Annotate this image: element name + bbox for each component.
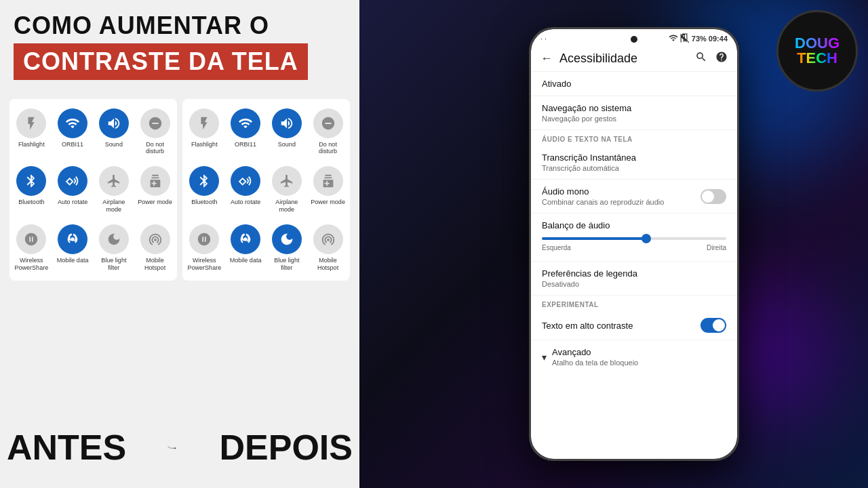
tile-orbi11-after[interactable]: ORBI11 — [226, 104, 265, 160]
setting-preferencias[interactable]: Preferências de legenda Desativado — [531, 262, 737, 296]
mobiledata-after-icon — [231, 224, 260, 254]
airplanemode-after-icon — [272, 166, 302, 196]
tile-wirelesspowershare-before[interactable]: Wireless PowerShare — [12, 220, 51, 276]
setting-transcricao[interactable]: Transcrição Instantânea Transcrição auto… — [531, 146, 737, 180]
header-icons — [695, 51, 728, 66]
tile-bluetooth-after[interactable]: Bluetooth — [185, 162, 224, 218]
tile-sound-after[interactable]: Sound — [268, 104, 307, 160]
balanco-slider-thumb[interactable] — [642, 234, 651, 243]
balanco-slider-labels: Esquerda Direita — [542, 244, 726, 251]
tile-mobiledata-before[interactable]: Mobile data — [54, 220, 92, 276]
tile-flashlight-after[interactable]: Flashlight — [185, 104, 224, 160]
tile-sound-before[interactable]: Sound — [95, 104, 134, 160]
bluetooth-after-icon — [189, 166, 219, 196]
tile-bluetooth-before[interactable]: Bluetooth — [12, 162, 51, 218]
tile-flashlight-before[interactable]: Flashlight — [12, 104, 51, 160]
right-panel: DOUG TECH · · 73% 09:44 — [359, 0, 868, 488]
wirelesspowershare-after-icon — [189, 224, 219, 254]
status-right: 73% 09:44 — [669, 33, 728, 44]
back-button[interactable]: ← — [540, 52, 553, 66]
sound-after-label: Sound — [278, 141, 296, 148]
tile-mobiledata-after[interactable]: Mobile data — [226, 220, 265, 276]
balanco-slider-fill — [542, 237, 644, 240]
phone-mockup: · · 73% 09:44 ← Acessibilidade — [529, 27, 739, 461]
flashlight-after-icon — [189, 108, 219, 138]
setting-avancado[interactable]: ▾ Avançado Atalho da tela de bloqueio — [531, 340, 737, 373]
tile-airplanemode-after[interactable]: Airplane mode — [268, 162, 307, 218]
arrow-icon — [167, 434, 178, 461]
flashlight-before-label: Flashlight — [18, 141, 45, 148]
audiomono-toggle[interactable] — [701, 189, 726, 204]
autorotate-before-icon — [58, 166, 87, 196]
setting-ativado[interactable]: Ativado — [531, 72, 737, 96]
airplanemode-after-label: Airplane mode — [269, 199, 305, 214]
dougtech-logo: DOUG TECH — [776, 10, 858, 92]
setting-textocontraste[interactable]: Texto em alto contraste — [531, 311, 737, 340]
tile-mobilehotspot-after[interactable]: Mobile Hotspot — [309, 220, 347, 276]
setting-audiomono[interactable]: Áudio mono Combinar canais ao reproduzir… — [531, 180, 737, 214]
textocontraste-title: Texto em alto contraste — [542, 321, 633, 331]
orbi11-after-label: ORBI11 — [235, 141, 256, 148]
after-label: DEPOIS — [220, 427, 353, 468]
wirelesspowershare-before-label: Wireless PowerShare — [14, 257, 50, 272]
bluetooth-before-icon — [16, 166, 46, 196]
tile-bluelightfilter-before[interactable]: Blue light filter — [95, 220, 134, 276]
airplanemode-before-icon — [99, 166, 129, 196]
setting-navegacao[interactable]: Navegação no sistema Navegação por gesto… — [531, 96, 737, 130]
tile-mobilehotspot-before[interactable]: Mobile Hotspot — [136, 220, 174, 276]
autorotate-after-label: Auto rotate — [231, 199, 260, 206]
navegacao-title: Navegação no sistema — [542, 103, 726, 113]
tile-donotdisturb-before[interactable]: Do not disturb — [136, 104, 174, 160]
donotdisturb-before-icon — [140, 108, 170, 138]
bluelightfilter-after-icon — [272, 224, 302, 254]
donotdisturb-after-icon — [313, 108, 343, 138]
balanco-slider-container: Esquerda Direita — [542, 230, 726, 254]
donotdisturb-after-label: Do not disturb — [310, 141, 346, 156]
bluelightfilter-before-label: Blue light filter — [96, 257, 132, 272]
ativado-title: Ativado — [542, 79, 726, 89]
dougtech-tech-text: TECH — [797, 51, 837, 66]
tile-donotdisturb-after[interactable]: Do not disturb — [309, 104, 347, 160]
textocontraste-toggle[interactable] — [701, 318, 726, 333]
orbi11-before-icon — [58, 108, 87, 138]
tile-powermode-after[interactable]: Power mode — [309, 162, 347, 218]
mobilehotspot-before-icon — [140, 224, 170, 254]
bluelightfilter-before-icon — [99, 224, 129, 254]
phone-screen: · · 73% 09:44 ← Acessibilidade — [531, 29, 737, 459]
autorotate-before-label: Auto rotate — [58, 199, 87, 206]
bluelightfilter-after-label: Blue light filter — [269, 257, 305, 272]
settings-content: Ativado Navegação no sistema Navegação p… — [531, 72, 737, 447]
tile-wirelesspowershare-after[interactable]: Wireless PowerShare — [185, 220, 224, 276]
status-left: · · — [540, 35, 547, 43]
app-header: ← Acessibilidade — [531, 45, 737, 72]
preferencias-title: Preferências de legenda — [542, 268, 726, 279]
after-tiles-section: Flashlight ORBI11 Sound — [182, 99, 350, 281]
audiomono-row: Áudio mono Combinar canais ao reproduzir… — [542, 186, 726, 206]
before-tiles-grid: Flashlight ORBI11 Sound — [12, 104, 174, 276]
donotdisturb-before-label: Do not disturb — [137, 141, 173, 156]
camera-dot — [631, 36, 637, 43]
before-label: ANTES — [7, 427, 126, 468]
balanco-title: Balanço de áudio — [542, 220, 726, 230]
balanco-left-label: Esquerda — [542, 244, 571, 251]
tile-airplanemode-before[interactable]: Airplane mode — [95, 162, 134, 218]
mobilehotspot-after-icon — [313, 224, 343, 254]
mobilehotspot-after-label: Mobile Hotspot — [310, 257, 346, 272]
setting-balanco: Balanço de áudio Esquerda Direita — [531, 214, 737, 262]
signal-icon — [680, 33, 690, 44]
sound-before-icon — [99, 108, 129, 138]
help-icon[interactable] — [715, 51, 728, 66]
avancado-sub: Atalho da tela de bloqueio — [552, 359, 638, 367]
search-icon[interactable] — [695, 51, 707, 66]
audiomono-sub: Combinar canais ao reproduzir áudio — [542, 198, 664, 206]
preferencias-sub: Desativado — [542, 280, 726, 288]
tile-bluelightfilter-after[interactable]: Blue light filter — [268, 220, 307, 276]
tile-orbi11-before[interactable]: ORBI11 — [54, 104, 92, 160]
tile-autorotate-after[interactable]: Auto rotate — [226, 162, 265, 218]
tile-autorotate-before[interactable]: Auto rotate — [54, 162, 92, 218]
tile-powermode-before[interactable]: Power mode — [136, 162, 174, 218]
balanco-slider-track[interactable] — [542, 237, 726, 240]
header-title: Acessibilidade — [559, 52, 688, 66]
before-tiles-section: Flashlight ORBI11 Sound — [9, 99, 177, 281]
section-experimental: EXPERIMENTAL — [531, 296, 737, 311]
